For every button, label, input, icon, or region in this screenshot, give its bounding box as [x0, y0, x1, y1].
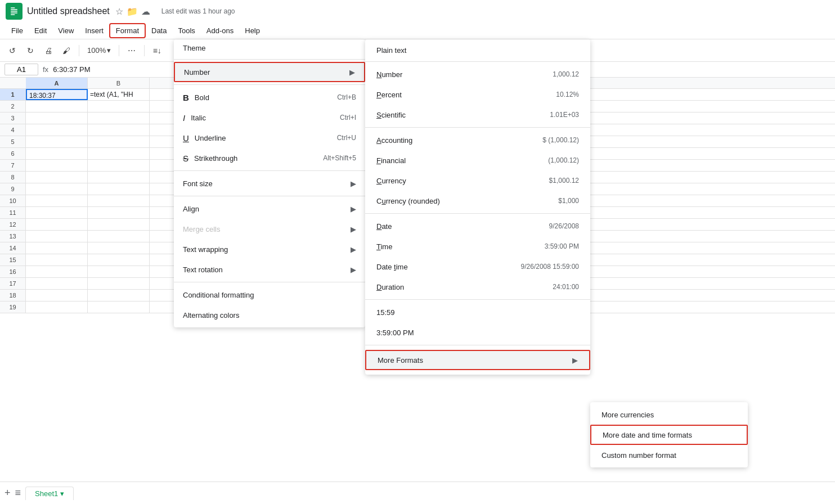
toolbar-sep-2	[119, 45, 119, 56]
table-cell[interactable]	[88, 112, 150, 124]
table-cell[interactable]	[26, 254, 88, 266]
table-cell[interactable]	[26, 195, 88, 206]
table-cell[interactable]	[26, 266, 88, 277]
num-item-duration[interactable]: Duration 24:01:00	[365, 277, 590, 297]
table-cell[interactable]	[88, 231, 150, 242]
num-item-scientific[interactable]: Scientific 1.01E+03	[365, 105, 590, 125]
print-button[interactable]: 🖨	[41, 43, 56, 58]
format-theme-item[interactable]: Theme	[174, 42, 365, 57]
table-cell[interactable]	[26, 183, 88, 195]
row-number: 10	[0, 195, 26, 206]
num-item-financial[interactable]: Financial (1,000.12)	[365, 150, 590, 170]
table-cell[interactable]	[88, 302, 150, 313]
folder-icon[interactable]: 📁	[127, 6, 138, 17]
num-item-date[interactable]: Date 9/26/2008	[365, 216, 590, 236]
table-cell[interactable]	[88, 219, 150, 230]
more-currencies-item[interactable]: More currencies	[590, 404, 748, 425]
number-submenu-scroll[interactable]: Plain text Number 1,000.12 Percent 10.12…	[365, 42, 590, 372]
num-item-35900pm[interactable]: 3:59:00 PM	[365, 322, 590, 343]
table-cell[interactable]	[26, 290, 88, 301]
table-cell[interactable]	[26, 112, 88, 124]
more-datetime-item[interactable]: More date and time formats	[590, 425, 748, 445]
format-alternating-item[interactable]: Alternating colors	[174, 305, 365, 325]
more-formats-item[interactable]: More Formats ▶	[365, 350, 590, 370]
format-strikethrough-item[interactable]: S Strikethrough Alt+Shift+5	[174, 148, 365, 168]
format-fontsize-item[interactable]: Font size ▶	[174, 173, 365, 194]
menu-view[interactable]: View	[52, 24, 79, 37]
table-cell[interactable]	[88, 124, 150, 136]
format-underline-item[interactable]: U Underline Ctrl+U	[174, 128, 365, 148]
menu-format[interactable]: Format	[109, 23, 146, 38]
table-cell[interactable]	[26, 231, 88, 242]
table-cell[interactable]	[26, 148, 88, 159]
paint-format-button[interactable]: 🖌	[59, 43, 74, 58]
plain-text-item[interactable]: Plain text	[365, 42, 590, 59]
num-item-datetime[interactable]: Date time 9/26/2008 15:59:00	[365, 256, 590, 277]
redo-button[interactable]: ↻	[23, 43, 38, 58]
num-value-scientific: 1.01E+03	[511, 111, 579, 119]
table-cell[interactable]	[88, 183, 150, 195]
undo-button[interactable]: ↺	[5, 43, 20, 58]
format-number-item[interactable]: Number ▶	[174, 62, 365, 82]
format-italic-item[interactable]: I Italic Ctrl+I	[174, 107, 365, 128]
table-cell[interactable]	[26, 172, 88, 183]
fx-icon: fx	[43, 65, 48, 74]
star-icon[interactable]: ☆	[115, 6, 123, 17]
table-cell[interactable]: =text (A1, "HH	[88, 89, 150, 100]
menu-insert[interactable]: Insert	[79, 24, 109, 37]
table-cell[interactable]	[88, 207, 150, 218]
format-conditional-item[interactable]: Conditional formatting	[174, 285, 365, 305]
num-item-1559[interactable]: 15:59	[365, 302, 590, 322]
more-toolbar-button[interactable]: ⋯	[124, 43, 140, 58]
custom-number-format-item[interactable]: Custom number format	[590, 445, 748, 465]
table-cell[interactable]	[26, 242, 88, 254]
table-cell[interactable]	[26, 160, 88, 171]
fontsize-label: Font size	[183, 179, 351, 188]
menu-addons[interactable]: Add-ons	[201, 24, 239, 37]
cell-reference[interactable]	[5, 64, 38, 75]
format-textwrap-item[interactable]: Text wrapping ▶	[174, 239, 365, 259]
format-align-item[interactable]: Align ▶	[174, 199, 365, 219]
num-item-percent[interactable]: Percent 10.12%	[365, 84, 590, 105]
bold-shortcut: Ctrl+B	[337, 93, 356, 101]
menu-tools[interactable]: Tools	[172, 24, 200, 37]
menu-file[interactable]: File	[6, 24, 29, 37]
more-formats-label: More Formats	[378, 356, 572, 364]
menu-edit[interactable]: Edit	[29, 24, 52, 37]
format-textrotation-item[interactable]: Text rotation ▶	[174, 259, 365, 280]
menu-data[interactable]: Data	[146, 24, 172, 37]
num-item-number[interactable]: Number 1,000.12	[365, 64, 590, 84]
table-cell[interactable]	[26, 124, 88, 136]
table-cell[interactable]	[88, 290, 150, 301]
table-cell[interactable]	[88, 254, 150, 266]
table-cell[interactable]	[88, 266, 150, 277]
format-bold-item[interactable]: B Bold Ctrl+B	[174, 87, 365, 107]
align-right-button[interactable]: ≡↓	[149, 43, 165, 58]
num-item-time[interactable]: Time 3:59:00 PM	[365, 236, 590, 256]
table-cell[interactable]	[26, 136, 88, 147]
table-cell[interactable]	[26, 302, 88, 313]
num-item-accounting[interactable]: Accounting $ (1,000.12)	[365, 130, 590, 150]
menu-help[interactable]: Help	[239, 24, 266, 37]
num-item-currency-rounded[interactable]: Currency (rounded) $1,000	[365, 191, 590, 211]
table-cell[interactable]	[26, 278, 88, 289]
sheets-list-button[interactable]: ≡	[15, 487, 21, 499]
sheet1-tab[interactable]: Sheet1 ▾	[25, 487, 74, 500]
zoom-control[interactable]: 100% ▾	[84, 45, 114, 56]
table-cell[interactable]	[26, 101, 88, 112]
row-number: 7	[0, 160, 26, 171]
table-cell[interactable]	[88, 242, 150, 254]
table-cell[interactable]	[88, 278, 150, 289]
table-cell[interactable]	[88, 101, 150, 112]
table-cell[interactable]	[88, 195, 150, 206]
table-cell[interactable]	[88, 136, 150, 147]
add-sheet-button[interactable]: +	[5, 487, 11, 499]
cloud-icon[interactable]: ☁	[141, 6, 150, 17]
table-cell[interactable]	[88, 148, 150, 159]
table-cell[interactable]	[88, 160, 150, 171]
table-cell[interactable]	[88, 172, 150, 183]
table-cell[interactable]	[26, 219, 88, 230]
table-cell[interactable]	[26, 207, 88, 218]
table-cell[interactable]: 18:30:37	[26, 89, 88, 100]
num-item-currency[interactable]: Currency $1,000.12	[365, 170, 590, 191]
